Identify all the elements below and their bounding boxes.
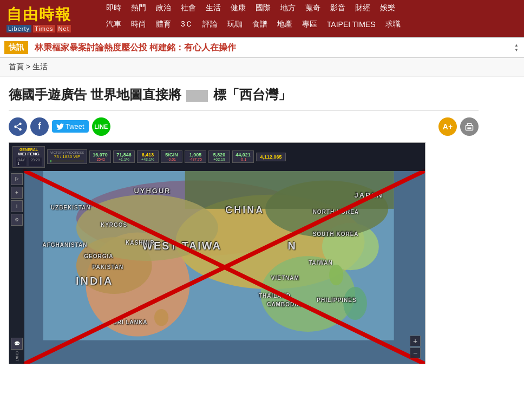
stat-5: 1,905 -487.75: [185, 150, 206, 163]
svg-point-17: [329, 264, 343, 285]
logo-english: Liberty Times Net: [6, 25, 91, 32]
stat-3: 6,413 +43.1%: [137, 150, 159, 163]
nav-item-food[interactable]: 食譜: [248, 18, 272, 30]
nav-row-1: 即時 熱門 政治 社會 生活 健康 國際 地方 蒐奇 影音 財經 娛樂: [97, 0, 524, 16]
arrow-down-icon[interactable]: ▼: [514, 48, 519, 52]
twitter-button[interactable]: Tweet: [52, 120, 89, 133]
breaking-label: 快訊: [4, 41, 28, 54]
social-bar: f Tweet LINE A+: [9, 117, 479, 136]
nav-item-instant[interactable]: 即時: [102, 2, 126, 14]
logo-area: 自由時報 Liberty Times Net: [0, 0, 97, 37]
stat-7: 44,021 -0.1: [232, 150, 254, 163]
title-blur: [186, 90, 208, 102]
stat6-sub: +02.19: [213, 158, 225, 161]
arrow-up-icon[interactable]: ▲: [514, 43, 519, 48]
stat3-sub: +43.1%: [141, 158, 154, 161]
nav-item-realestate[interactable]: 地產: [273, 18, 297, 30]
svg-rect-14: [185, 171, 394, 209]
nav-item-sports[interactable]: 體育: [152, 18, 175, 30]
title-part2: 標「西台灣」: [213, 87, 291, 102]
nav-row-2: 汽車 時尚 體育 3Ｃ 評論 玩咖 食譜 地產 專區 TAIPEI TIMES …: [97, 16, 524, 32]
svg-line-3: [16, 127, 19, 129]
stat-4: 5/GIN -0.01: [161, 150, 182, 163]
logo-chinese[interactable]: 自由時報: [6, 4, 91, 25]
breadcrumb-home[interactable]: 首頁: [9, 62, 24, 71]
day-val: 1: [17, 162, 19, 166]
tweet-label: Tweet: [66, 122, 84, 130]
nav-item-opinion[interactable]: 評論: [198, 18, 222, 30]
nav-item-car[interactable]: 汽車: [102, 18, 126, 30]
game-left-sidebar: 🏳 ✦ i ⚙ 💬 CHAT: [9, 171, 24, 364]
sidebar-btn-flag[interactable]: 🏳: [11, 173, 23, 185]
zoom-controls: + −: [410, 336, 421, 358]
nav-item-health[interactable]: 健康: [226, 2, 250, 14]
stat5-sub: -487.75: [189, 158, 202, 161]
svg-point-18: [343, 287, 367, 320]
day-info: DAY 1: [16, 158, 27, 166]
nav-item-finance[interactable]: 財經: [351, 2, 375, 14]
nav-item-jobs[interactable]: 求職: [381, 18, 405, 30]
nav-item-play[interactable]: 玩咖: [223, 18, 247, 30]
nav-item-hot[interactable]: 熱門: [127, 2, 150, 14]
general-name: WEI FENG: [18, 152, 40, 156]
stat7-sub: -0.1: [240, 158, 246, 161]
nav-item-fashion[interactable]: 時尚: [127, 18, 150, 30]
nav-item-politics[interactable]: 政治: [152, 2, 175, 14]
font-label: A+: [443, 122, 453, 131]
stat4-val: 5/GIN: [165, 152, 178, 158]
breadcrumb-separator: >: [26, 62, 30, 71]
breadcrumb-current: 生活: [32, 62, 48, 71]
zoom-out-button[interactable]: −: [410, 347, 421, 358]
nav-item-odd[interactable]: 蒐奇: [301, 2, 325, 14]
stat3-val: 6,413: [142, 152, 154, 158]
svg-rect-6: [467, 127, 471, 129]
stat1-sub: -2542: [95, 158, 105, 161]
breaking-arrows[interactable]: ▲ ▼: [514, 43, 519, 52]
line-button[interactable]: LINE: [92, 117, 110, 136]
stat1-val: 16,070: [93, 152, 108, 158]
nav-item-tech[interactable]: 3Ｃ: [176, 18, 197, 30]
stat-2: 71,846 +1.1%: [113, 150, 135, 163]
nav-item-special[interactable]: 專區: [298, 18, 322, 30]
print-button[interactable]: [460, 117, 479, 136]
svg-line-4: [16, 124, 19, 126]
victory-val: 73 / 1830 VIP: [54, 154, 80, 159]
social-left: f Tweet LINE: [9, 117, 110, 136]
nav-item-local[interactable]: 地方: [276, 2, 300, 14]
logo-liberty: Liberty: [6, 25, 31, 32]
nav-item-video[interactable]: 影音: [326, 2, 350, 14]
sidebar-btn-move[interactable]: ✦: [11, 187, 23, 199]
svg-point-1: [14, 125, 17, 128]
logo-net: Net: [57, 25, 71, 32]
site-header: 自由時報 Liberty Times Net 即時 熱門 政治 社會 生活 健康…: [0, 0, 524, 37]
general-info: GENERAL WEI FENG DAY 1 23:20: [12, 146, 45, 168]
sidebar-btn-info[interactable]: i: [11, 200, 23, 212]
stat2-val: 71,846: [116, 152, 132, 158]
breadcrumb: 首頁 > 生活: [0, 58, 524, 77]
stat-8: 4,112,065: [256, 153, 286, 161]
svg-point-16: [76, 194, 218, 260]
stat6-val: 5,820: [213, 152, 226, 158]
nav-item-society[interactable]: 社會: [176, 2, 200, 14]
share-circle-button[interactable]: [9, 117, 27, 136]
logo-times: Times: [33, 25, 55, 32]
general-label: GENERAL: [19, 148, 38, 152]
stat7-val: 44,021: [235, 152, 251, 158]
font-size-button[interactable]: A+: [438, 117, 457, 136]
title-part1: 德國手遊廣告 世界地圖直接將: [9, 87, 181, 102]
breaking-news-text[interactable]: 林秉樞家暴案討論熱度壓公投 柯建銘：有心人在操作: [28, 42, 514, 54]
zoom-in-button[interactable]: +: [410, 336, 421, 346]
sidebar-btn-build[interactable]: ⚙: [11, 214, 23, 226]
stat-1: 16,070 -2542: [89, 150, 111, 163]
nav-item-life[interactable]: 生活: [201, 2, 225, 14]
nav-item-taipei-times[interactable]: TAIPEI TIMES: [323, 19, 380, 30]
nav-item-entertainment[interactable]: 娛樂: [376, 2, 399, 14]
article-title: 德國手遊廣告 世界地圖直接將 標「西台灣」: [9, 86, 479, 111]
nav-item-international[interactable]: 國際: [251, 2, 275, 14]
nav-area: 即時 熱門 政治 社會 生活 健康 國際 地方 蒐奇 影音 財經 娛樂 汽車 時…: [97, 0, 524, 37]
sidebar-btn-chat[interactable]: 💬: [11, 338, 23, 350]
game-ui-bar: GENERAL WEI FENG DAY 1 23:20 VICTORY PRO…: [9, 143, 425, 171]
day-label: DAY: [17, 158, 25, 162]
facebook-button[interactable]: f: [30, 117, 49, 136]
map-image: GENERAL WEI FENG DAY 1 23:20 VICTORY PRO…: [9, 142, 425, 364]
